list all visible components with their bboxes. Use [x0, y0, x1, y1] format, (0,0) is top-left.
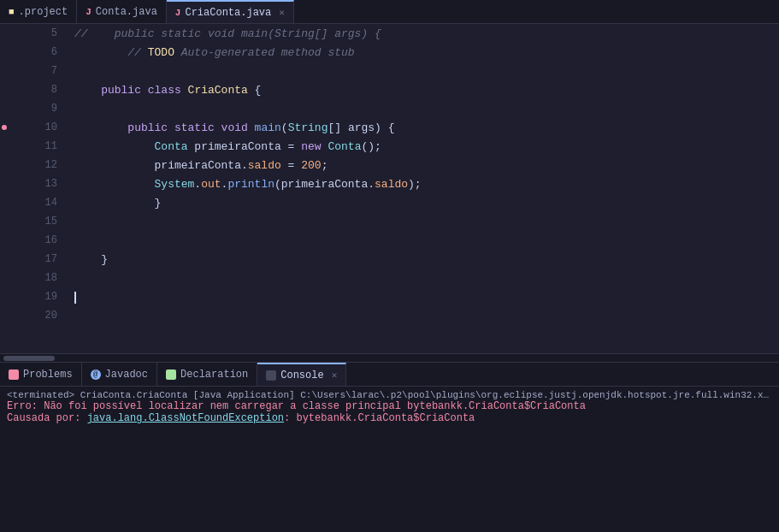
line-number: 17 — [0, 250, 68, 269]
line-content: // TODO Auto-generated method stub — [68, 43, 779, 62]
table-row: 19 — [0, 287, 779, 306]
horizontal-scrollbar[interactable] — [0, 353, 779, 362]
project-icon: ■ — [9, 7, 15, 17]
line-content — [68, 231, 779, 250]
console-error-line1: Erro: Não foi possível localizar nem car… — [7, 400, 772, 412]
java-icon-conta: J — [86, 7, 91, 17]
line-number: 5 — [0, 24, 68, 43]
tab-project-label: .project — [19, 6, 68, 18]
tab-criaconta[interactable]: J CriaConta.java ✕ — [167, 0, 294, 23]
tab-project[interactable]: ■ .project — [0, 0, 77, 23]
table-row: 8 public class CriaConta { — [0, 80, 779, 99]
line-content — [68, 99, 779, 118]
line-content — [68, 306, 779, 325]
declaration-tab-label: Declaration — [180, 369, 248, 381]
problems-tab-label: Problems — [23, 369, 73, 381]
line-number: 20 — [0, 306, 68, 325]
line-content: } — [68, 250, 779, 269]
table-row: 9 — [0, 99, 779, 118]
line-content: System.out.println(primeiraConta.saldo); — [68, 174, 779, 193]
table-row: 13 System.out.println(primeiraConta.sald… — [0, 174, 779, 193]
bottom-tab-bar: Problems @ Javadoc Declaration Console ✕ — [0, 363, 779, 387]
console-icon — [266, 370, 276, 381]
close-criaconta-icon[interactable]: ✕ — [279, 7, 285, 18]
line-content — [68, 287, 779, 306]
code-lines: 5 // public static void main(String[] ar… — [0, 24, 779, 325]
error-prefix: Causada por: — [7, 412, 87, 424]
javadoc-tab-label: Javadoc — [105, 369, 148, 381]
line-number: 10 — [0, 118, 68, 137]
line-number: 19 — [0, 287, 68, 306]
table-row: 6 // TODO Auto-generated method stub — [0, 43, 779, 62]
line-number: 15 — [0, 212, 68, 231]
tab-conta-label: Conta.java — [96, 6, 157, 18]
bottom-panel: Problems @ Javadoc Declaration Console ✕… — [0, 362, 779, 532]
editor-tab-bar: ■ .project J Conta.java J CriaConta.java… — [0, 0, 779, 24]
line-number: 6 — [0, 43, 68, 62]
table-row: 7 — [0, 62, 779, 80]
line-content — [68, 269, 779, 287]
line-content: public static void main(String[] args) { — [68, 118, 779, 137]
line-number: 16 — [0, 231, 68, 250]
table-row: 10 public static void main(String[] args… — [0, 118, 779, 137]
console-output: <terminated> CriaConta.CriaConta [Java A… — [0, 387, 779, 428]
tab-javadoc[interactable]: @ Javadoc — [82, 363, 157, 386]
error-suffix: : bytebankk.CriaConta$CriaConta — [284, 412, 475, 424]
declaration-icon — [166, 369, 176, 380]
console-terminated-line: <terminated> CriaConta.CriaConta [Java A… — [7, 390, 772, 400]
line-number: 11 — [0, 137, 68, 156]
line-content: primeiraConta.saldo = 200; — [68, 156, 779, 174]
problems-icon — [9, 369, 19, 380]
line-content: Conta primeiraConta = new Conta(); — [68, 137, 779, 156]
line-number: 7 — [0, 62, 68, 80]
console-tab-label: Console — [280, 369, 323, 381]
table-row: 14 } — [0, 193, 779, 212]
line-number: 18 — [0, 269, 68, 287]
console-error-line2: Causada por: java.lang.ClassNotFoundExce… — [7, 412, 772, 424]
line-content — [68, 212, 779, 231]
tab-criaconta-label: CriaConta.java — [185, 7, 271, 19]
table-row: 18 — [0, 269, 779, 287]
table-row: 5 // public static void main(String[] ar… — [0, 24, 779, 43]
tab-problems[interactable]: Problems — [0, 363, 82, 386]
table-row: 20 — [0, 306, 779, 325]
java-icon-criaconta: J — [175, 8, 181, 18]
tab-conta[interactable]: J Conta.java — [77, 0, 167, 23]
line-content: public class CriaConta { — [68, 80, 779, 99]
line-number: 14 — [0, 193, 68, 212]
table-row: 15 — [0, 212, 779, 231]
table-row: 11 Conta primeiraConta = new Conta(); — [0, 137, 779, 156]
line-number: 9 — [0, 99, 68, 118]
line-content — [68, 62, 779, 80]
tab-console[interactable]: Console ✕ — [257, 363, 346, 386]
scrollbar-thumb[interactable] — [3, 356, 55, 361]
close-console-icon[interactable]: ✕ — [332, 369, 338, 381]
javadoc-icon: @ — [91, 369, 101, 380]
line-content: } — [68, 193, 779, 212]
line-number: 8 — [0, 80, 68, 99]
line-number: 12 — [0, 156, 68, 174]
exception-class: java.lang.ClassNotFoundException — [87, 412, 284, 424]
line-content: // public static void main(String[] args… — [68, 24, 779, 43]
table-row: 16 — [0, 231, 779, 250]
table-row: 17 } — [0, 250, 779, 269]
line-number: 13 — [0, 174, 68, 193]
tab-declaration[interactable]: Declaration — [157, 363, 257, 386]
table-row: 12 primeiraConta.saldo = 200; — [0, 156, 779, 174]
code-editor: 5 // public static void main(String[] ar… — [0, 24, 779, 353]
